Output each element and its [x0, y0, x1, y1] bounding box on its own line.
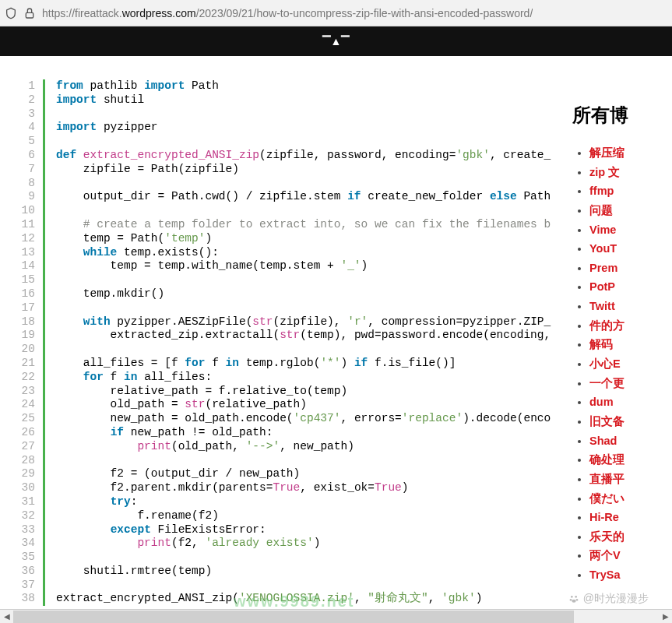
url-text[interactable]: https://fireattack.wordpress.com/2023/09…	[42, 7, 533, 19]
line-number: 17	[0, 301, 35, 315]
url-host: wordpress.com	[122, 7, 196, 19]
code-line: with pyzipper.AESZipFile(str(zipfile), '…	[56, 315, 572, 329]
line-number: 5	[0, 135, 35, 149]
sidebar-item[interactable]: 两个V	[589, 546, 672, 565]
sidebar: 所有博 解压缩zip 文ffmp问题VimeYouTPremPotPTwitt件…	[572, 56, 672, 609]
line-number: 18	[0, 315, 35, 329]
code-line	[56, 135, 572, 149]
sidebar-item[interactable]: 解码	[589, 335, 672, 354]
line-number: 16	[0, 287, 35, 301]
line-number: 26	[0, 426, 35, 440]
url-path: /2023/09/21/how-to-uncompress-zip-file-w…	[196, 7, 533, 19]
code-line	[56, 454, 572, 468]
code-block: 1234567891011121314151617181920212223242…	[0, 79, 572, 606]
line-number: 28	[0, 454, 35, 468]
code-line: def extract_encrypted_ANSI_zip(zipfile, …	[56, 149, 572, 163]
sidebar-item[interactable]: PotP	[589, 277, 672, 297]
code-line: zipfile = Path(zipfile)	[56, 163, 572, 177]
sidebar-item[interactable]: zip 文	[589, 163, 672, 182]
sidebar-item[interactable]: 旧文备	[589, 412, 672, 431]
code-line: print(old_path, '-->', new_path)	[56, 440, 572, 454]
code-line	[56, 301, 572, 315]
sidebar-item[interactable]: 直播平	[589, 470, 672, 489]
code-line	[56, 551, 572, 565]
line-number: 33	[0, 523, 35, 537]
shield-icon	[5, 7, 17, 19]
svg-point-1	[571, 596, 573, 598]
code-line: temp = temp.with_name(temp.stem + '_')	[56, 259, 572, 273]
sidebar-item[interactable]: 件的方	[589, 316, 672, 336]
code-line: # create a temp folder to extract into, …	[56, 218, 572, 232]
code-line: try:	[56, 495, 572, 509]
sidebar-item[interactable]: 小心E	[589, 354, 672, 374]
scroll-left-arrow[interactable]: ◀	[0, 610, 13, 623]
line-number: 22	[0, 371, 35, 385]
line-number: 12	[0, 232, 35, 246]
sidebar-item[interactable]: 问题	[589, 201, 672, 220]
code-line: while temp.exists():	[56, 246, 572, 260]
lock-icon	[23, 7, 36, 19]
code-line: shutil.rmtree(temp)	[56, 565, 572, 579]
code-body[interactable]: from pathlib import Pathimport shutil im…	[43, 79, 572, 606]
sidebar-item[interactable]: YouT	[589, 239, 672, 259]
line-number: 32	[0, 509, 35, 523]
line-number: 2	[0, 93, 35, 107]
line-gutter: 1234567891011121314151617181920212223242…	[0, 79, 43, 606]
line-number: 29	[0, 467, 35, 481]
scroll-thumb[interactable]	[13, 611, 574, 623]
code-line	[56, 343, 572, 357]
code-line: relative_path = f.relative_to(temp)	[56, 385, 572, 399]
sidebar-item[interactable]: TrySa	[589, 565, 672, 585]
watermark-text: @时光漫漫步	[583, 592, 649, 606]
line-number: 25	[0, 412, 35, 426]
sidebar-item[interactable]: Vime	[589, 220, 672, 240]
svg-point-5	[572, 600, 575, 603]
sidebar-item[interactable]: 僕だい	[589, 489, 672, 509]
sidebar-item[interactable]: dum	[589, 392, 672, 412]
code-line: all_files = [f for f in temp.rglob('*') …	[56, 357, 572, 371]
code-line: temp.mkdir()	[56, 287, 572, 301]
sidebar-heading: 所有博	[572, 103, 672, 128]
main-content: 1234567891011121314151617181920212223242…	[0, 56, 672, 609]
line-number: 19	[0, 329, 35, 343]
code-line	[56, 204, 572, 218]
sidebar-item[interactable]: 一个更	[589, 374, 672, 393]
code-line: output_dir = Path.cwd() / zipfile.stem i…	[56, 190, 572, 204]
horizontal-scrollbar[interactable]: ◀ ▶	[0, 609, 672, 623]
line-number: 15	[0, 273, 35, 287]
line-number: 10	[0, 204, 35, 218]
code-line: f2 = (output_dir / new_path)	[56, 467, 572, 481]
code-line: old_path = str(relative_path)	[56, 398, 572, 412]
code-line: import shutil	[56, 93, 572, 107]
line-number: 4	[0, 121, 35, 135]
sidebar-item[interactable]: 确处理	[589, 450, 672, 470]
address-bar[interactable]: https://fireattack.wordpress.com/2023/09…	[0, 0, 672, 26]
sidebar-list: 解压缩zip 文ffmp问题VimeYouTPremPotPTwitt件的方解码…	[572, 143, 672, 585]
scroll-right-arrow[interactable]: ▶	[659, 610, 672, 623]
code-line: except FileExistsError:	[56, 523, 572, 537]
line-number: 9	[0, 190, 35, 204]
sidebar-item[interactable]: 解压缩	[589, 143, 672, 163]
line-number: 6	[0, 149, 35, 163]
code-line: from pathlib import Path	[56, 79, 572, 93]
svg-rect-0	[26, 12, 33, 18]
code-line: extracted_zip.extractall(str(temp), pwd=…	[56, 329, 572, 343]
sidebar-item[interactable]: Twitt	[589, 297, 672, 316]
line-number: 21	[0, 357, 35, 371]
top-dark-bar[interactable]: ▔▲▔	[0, 26, 672, 56]
line-number: 34	[0, 537, 35, 551]
line-number: 11	[0, 218, 35, 232]
watermark: @时光漫漫步	[568, 592, 649, 606]
sidebar-item[interactable]: 乐天的	[589, 527, 672, 547]
sidebar-item[interactable]: Hi-Re	[589, 508, 672, 527]
svg-point-2	[575, 596, 577, 598]
line-number: 23	[0, 385, 35, 399]
code-line: if new_path != old_path:	[56, 426, 572, 440]
sidebar-item[interactable]: Prem	[589, 259, 672, 278]
sidebar-item[interactable]: ffmp	[589, 181, 672, 201]
line-number: 7	[0, 163, 35, 177]
paw-icon	[568, 593, 580, 605]
line-number: 3	[0, 107, 35, 121]
code-line: f.rename(f2)	[56, 509, 572, 523]
sidebar-item[interactable]: Shad	[589, 431, 672, 451]
